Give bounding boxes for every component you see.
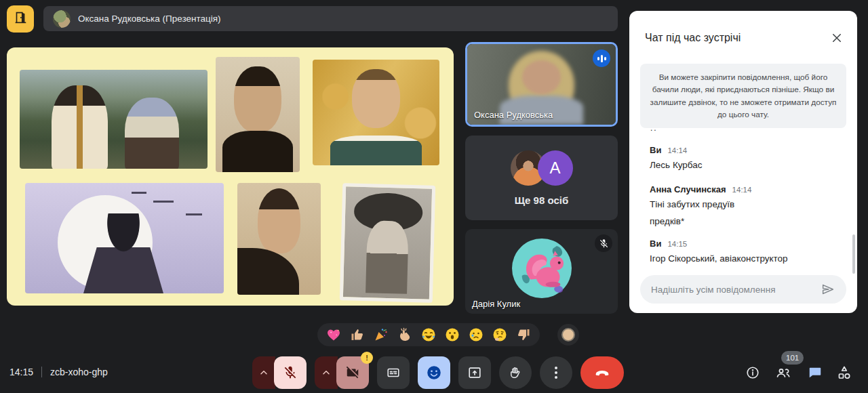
reaction-crying-face-icon[interactable]	[468, 327, 484, 343]
raise-hand-button[interactable]	[499, 356, 532, 389]
smiley-icon	[425, 364, 443, 381]
reaction-clapping-hands-icon[interactable]	[397, 327, 413, 343]
chat-message: Анна Случинская 14:14 Тіні забутих преду…	[650, 184, 842, 226]
message-text: Тіні забутих предуїв	[650, 199, 842, 209]
reactions-bar	[317, 323, 540, 346]
meeting-details-button[interactable]	[745, 365, 761, 381]
raise-hand-icon	[508, 365, 523, 380]
present-screen-icon	[467, 365, 482, 380]
chat-scrollbar[interactable]	[852, 234, 855, 274]
clock-time: 14:15	[9, 367, 33, 377]
camera-off-button[interactable]: !	[336, 356, 369, 389]
message-time: 14:15	[667, 240, 687, 248]
chat-title: Чат під час зустрічі	[645, 32, 741, 44]
send-icon[interactable]	[818, 279, 838, 299]
participant-name-label: Дарія Кулик	[472, 299, 520, 309]
more-options-icon	[555, 367, 557, 379]
present-screen-button[interactable]	[458, 356, 491, 389]
mic-control-group	[252, 356, 307, 389]
activities-icon	[836, 365, 852, 381]
phone-hangup-icon	[594, 365, 610, 381]
reaction-thinking-face-icon[interactable]	[492, 327, 508, 343]
cc-icon	[386, 365, 401, 380]
reaction-sparkling-heart-icon[interactable]	[326, 327, 342, 343]
people-count-badge: 101	[781, 351, 804, 365]
slide-photo-aviator	[25, 183, 224, 293]
camera-options-chevron[interactable]	[315, 356, 338, 389]
audio-bars-icon	[593, 49, 610, 67]
mic-off-button[interactable]	[274, 356, 307, 389]
more-participants-label: Ще 98 осіб	[515, 194, 568, 206]
message-time: 14:14	[667, 146, 687, 154]
slide-photo-folk-couple	[20, 70, 208, 169]
chat-message-input[interactable]	[651, 285, 818, 295]
tile-speaker[interactable]: Оксана Рудковська	[465, 42, 618, 127]
chat-message: Ви 14:15 Ігор Сікорський, авіаконструкто…	[650, 239, 842, 264]
message-text: Ігор Сікорський, авіаконструктор	[650, 253, 842, 264]
tile-more-participants[interactable]: A Ще 98 осіб	[465, 136, 618, 220]
activities-button[interactable]	[836, 365, 852, 381]
slide-photo-man-portrait	[216, 57, 300, 172]
call-controls: !	[252, 356, 624, 389]
others-avatars: A	[511, 150, 573, 186]
captions-button[interactable]	[377, 356, 410, 389]
people-icon	[775, 365, 791, 381]
reaction-face-with-tears-of-joy-icon[interactable]	[420, 327, 437, 343]
chat-input-wrap	[640, 275, 846, 304]
reaction-astonished-face-icon[interactable]	[444, 327, 460, 343]
message-author: Анна Случинская	[650, 184, 726, 194]
message-text: предків*	[650, 216, 842, 226]
videocam-off-icon	[345, 365, 360, 380]
reaction-thumbs-down-icon[interactable]	[515, 327, 532, 343]
slide-photo-golden-painting	[313, 60, 439, 165]
speaker-name-label: Оксана Рудковська	[474, 110, 553, 120]
chat-bubble-icon	[808, 365, 823, 380]
reactions-button[interactable]	[418, 356, 450, 389]
meeting-code: zcb-xoho-ghp	[50, 367, 108, 377]
reaction-party-popper-icon[interactable]	[373, 327, 389, 343]
presenter-name: Оксана Рудковська (Презентація)	[78, 14, 221, 24]
skin-tone-selector[interactable]	[557, 324, 579, 346]
extension-logo-button[interactable]	[7, 5, 34, 33]
message-author: Ви	[650, 145, 661, 155]
shared-presentation-slide[interactable]	[7, 47, 454, 306]
door-icon	[13, 10, 28, 28]
tile-participant[interactable]: Дарія Кулик	[465, 229, 618, 314]
participant-letter-avatar: A	[538, 150, 573, 186]
message-author: Ви	[650, 239, 661, 249]
google-meet-window: Оксана Рудковська (Презентація) Оксана Р…	[0, 0, 868, 393]
chat-pinned-notice: Ви можете закріпити повідомлення, щоб йо…	[640, 64, 846, 128]
info-icon	[745, 365, 760, 380]
reaction-thumbs-up-icon[interactable]	[349, 327, 366, 343]
camera-control-group: !	[315, 356, 369, 389]
chat-panel: Чат під час зустрічі Ви можете закріпити…	[629, 11, 857, 313]
slide-photo-man-in-hat	[340, 183, 435, 303]
chat-message: Ви 14:14 Лесь Курбас	[650, 145, 842, 170]
chat-toggle-button[interactable]	[807, 365, 823, 381]
more-options-button[interactable]	[540, 356, 572, 389]
presenter-avatar	[53, 10, 71, 28]
chat-collapsed-message: ..	[650, 123, 658, 133]
meeting-info: 14:15 zcb-xoho-ghp	[9, 367, 108, 377]
squirrel-avatar	[512, 239, 572, 301]
divider	[41, 367, 42, 377]
close-icon[interactable]	[829, 30, 845, 46]
mic-options-chevron[interactable]	[252, 356, 275, 389]
message-time: 14:14	[732, 186, 752, 194]
presenter-pill[interactable]: Оксана Рудковська (Презентація)	[43, 6, 618, 31]
mic-off-icon	[283, 365, 298, 380]
end-call-button[interactable]	[580, 356, 624, 389]
participant-mic-off-icon	[595, 234, 612, 252]
camera-warning-badge: !	[361, 352, 373, 364]
slide-photo-woman-portrait	[237, 183, 321, 295]
message-text: Лесь Курбас	[650, 160, 842, 170]
show-everyone-button[interactable]	[775, 365, 791, 381]
